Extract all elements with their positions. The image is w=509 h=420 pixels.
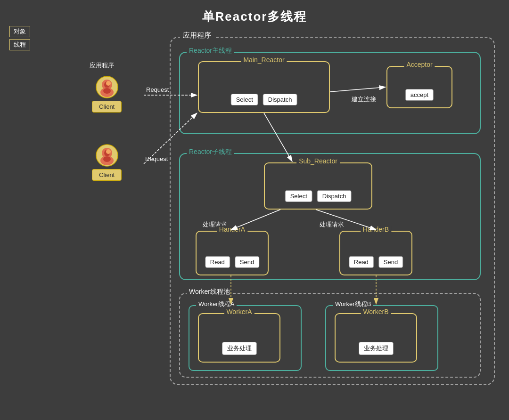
- hander-a-box: HanderA Read Send: [196, 231, 269, 275]
- worker-a-box: WorkerA 业务处理: [198, 313, 280, 363]
- sub-reactor-select-btn[interactable]: Select: [285, 190, 312, 202]
- reactor-sub-label: Reactor子线程: [187, 148, 234, 156]
- sub-reactor-dispatch-btn[interactable]: Dispatch: [317, 190, 352, 202]
- hander-a-label: HanderA: [217, 226, 247, 233]
- left-app-label: 应用程序: [90, 61, 114, 70]
- legend: 对象 线程: [9, 26, 30, 50]
- hander-a-read-btn[interactable]: Read: [205, 256, 230, 268]
- accept-btn[interactable]: accept: [405, 89, 434, 101]
- svg-text:Request: Request: [145, 155, 168, 162]
- worker-thread-a-label: Worker线程A: [196, 300, 237, 308]
- client-icon-1: [95, 75, 119, 99]
- client-box-1: Client: [92, 101, 122, 113]
- hander-a-send-btn[interactable]: Send: [235, 256, 259, 268]
- acceptor-box: Acceptor accept: [386, 66, 452, 108]
- page-title: 单Reactor多线程: [0, 0, 509, 25]
- main-reactor-box: Main_Reactor Select Dispatch: [198, 61, 330, 113]
- hander-b-box: HanderB Read Send: [339, 231, 412, 275]
- hander-b-send-btn[interactable]: Send: [378, 256, 403, 268]
- worker-a-label: WorkerA: [224, 308, 254, 315]
- svg-text:Request: Request: [146, 86, 169, 93]
- worker-a-buttons: 业务处理: [222, 342, 257, 355]
- main-reactor-buttons: Select Dispatch: [231, 94, 297, 105]
- main-reactor-label: Main_Reactor: [241, 56, 287, 64]
- process-req-2-label: 处理请求: [320, 220, 344, 229]
- reactor-main-label: Reactor主线程: [187, 47, 234, 55]
- worker-b-buttons: 业务处理: [359, 342, 394, 355]
- worker-pool-label: Worker线程池: [187, 288, 232, 296]
- worker-b-label: WorkerB: [361, 308, 391, 315]
- main-reactor-select-btn[interactable]: Select: [231, 94, 258, 105]
- sub-reactor-buttons: Select Dispatch: [285, 190, 352, 202]
- acceptor-buttons: accept: [405, 89, 434, 101]
- hander-a-buttons: Read Send: [205, 256, 259, 268]
- svg-point-11: [103, 156, 111, 162]
- main-reactor-dispatch-btn[interactable]: Dispatch: [263, 94, 297, 105]
- svg-point-3: [106, 81, 111, 86]
- svg-point-9: [106, 149, 111, 154]
- sub-reactor-box: Sub_Reactor Select Dispatch: [264, 162, 372, 210]
- worker-b-business-btn[interactable]: 业务处理: [359, 342, 394, 355]
- hander-b-label: HanderB: [361, 226, 391, 233]
- connect-label: 建立连接: [352, 95, 376, 104]
- hander-b-buttons: Read Send: [349, 256, 403, 268]
- client-icon-2: [95, 144, 119, 167]
- sub-reactor-label: Sub_Reactor: [296, 157, 340, 165]
- legend-thread: 线程: [9, 39, 30, 50]
- worker-a-business-btn[interactable]: 业务处理: [222, 342, 257, 355]
- outer-app-label: 应用程序: [180, 31, 214, 40]
- worker-b-box: WorkerB 业务处理: [335, 313, 417, 363]
- client-box-2: Client: [92, 169, 122, 181]
- worker-thread-b-label: Worker线程B: [333, 300, 373, 308]
- hander-b-read-btn[interactable]: Read: [349, 256, 374, 268]
- legend-object: 对象: [9, 26, 30, 37]
- client-group-2: Client: [92, 144, 122, 181]
- svg-point-5: [103, 88, 111, 94]
- acceptor-label: Acceptor: [404, 61, 435, 68]
- client-group-1: Client: [92, 75, 122, 113]
